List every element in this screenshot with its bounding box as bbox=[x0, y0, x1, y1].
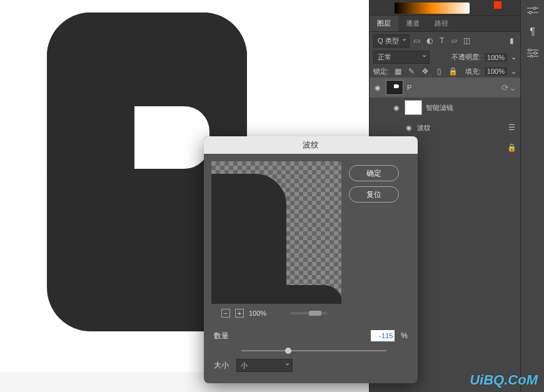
opacity-value[interactable]: 100% bbox=[485, 53, 507, 62]
filter-mask-thumbnail[interactable] bbox=[405, 100, 422, 115]
zoom-in-button[interactable]: + bbox=[235, 309, 244, 318]
layer-thumbnail[interactable] bbox=[386, 80, 403, 95]
tab-channels[interactable]: 通道 bbox=[398, 16, 427, 31]
fill-value[interactable]: 100% bbox=[485, 67, 507, 76]
preview-scroll-h[interactable] bbox=[290, 312, 328, 314]
visibility-toggle-icon[interactable]: ◉ bbox=[405, 124, 413, 132]
ok-button[interactable]: 确定 bbox=[349, 165, 399, 181]
lock-label: 锁定: bbox=[373, 67, 389, 76]
adjustments-icon[interactable] bbox=[526, 4, 540, 18]
layer-name[interactable]: P bbox=[407, 84, 411, 91]
filter-preview[interactable] bbox=[211, 161, 341, 304]
svg-point-9 bbox=[530, 55, 533, 58]
filter-ripple-row[interactable]: ◉ 波纹 ☰ bbox=[370, 118, 520, 138]
zoom-out-button[interactable]: − bbox=[221, 309, 230, 318]
svg-point-7 bbox=[528, 49, 531, 51]
lock-all-icon[interactable]: 🔒 bbox=[448, 66, 458, 76]
opacity-chevron-icon[interactable]: ⌄ bbox=[511, 53, 516, 61]
svg-point-8 bbox=[534, 52, 536, 54]
visibility-toggle-icon[interactable]: ◉ bbox=[392, 104, 401, 112]
styles-icon[interactable] bbox=[526, 46, 540, 60]
histogram-preview bbox=[370, 0, 520, 16]
blend-row: 正常 不透明度: 100% ⌄ bbox=[370, 49, 520, 65]
filter-type-icon[interactable]: T bbox=[437, 36, 447, 46]
amount-unit: % bbox=[401, 331, 408, 340]
fill-label: 填充: bbox=[465, 67, 481, 76]
smart-object-icon: ⟳⌄ bbox=[501, 83, 516, 93]
amount-slider[interactable] bbox=[241, 350, 386, 351]
filter-toggle-icon[interactable]: ▮ bbox=[506, 36, 516, 46]
svg-point-2 bbox=[533, 7, 536, 9]
watermark: UiBQ.CoM bbox=[470, 372, 538, 388]
svg-point-3 bbox=[529, 11, 531, 14]
layer-kind-dropdown[interactable]: Q 类型 bbox=[373, 34, 410, 48]
layer-filter-row: Q 类型 ▭ ◐ T ▱ ◫ ▮ bbox=[370, 32, 520, 49]
size-label: 大小 bbox=[214, 360, 229, 371]
icon-rail: ¶ bbox=[520, 0, 544, 392]
lock-row: 锁定: ▦ ✎ ✥ ▯ 🔒 填充: 100% ⌄ bbox=[370, 65, 520, 78]
filter-adjust-icon[interactable]: ◐ bbox=[425, 36, 435, 46]
amount-label: 数量 bbox=[214, 331, 239, 341]
smart-filters-row[interactable]: ◉ 智能滤镜 bbox=[370, 98, 520, 118]
dialog-title: 波纹 bbox=[204, 136, 418, 154]
lock-brush-icon[interactable]: ✎ bbox=[406, 66, 416, 76]
tab-layers[interactable]: 图层 bbox=[370, 16, 398, 31]
visibility-toggle-icon[interactable]: ◉ bbox=[373, 84, 382, 92]
filter-name: 波纹 bbox=[417, 123, 431, 133]
tab-paths[interactable]: 路径 bbox=[427, 16, 456, 31]
amount-input[interactable]: -115 bbox=[371, 330, 395, 341]
filter-options-icon[interactable]: ☰ bbox=[506, 123, 516, 133]
letter-p-hole bbox=[134, 106, 209, 169]
lock-transparent-icon[interactable]: ▦ bbox=[393, 66, 403, 76]
lock-artboard-icon[interactable]: ▯ bbox=[434, 66, 444, 76]
smart-filters-label: 智能滤镜 bbox=[426, 103, 453, 113]
paragraph-icon[interactable]: ¶ bbox=[526, 25, 540, 39]
blend-mode-dropdown[interactable]: 正常 bbox=[373, 51, 430, 64]
opacity-label: 不透明度: bbox=[451, 53, 481, 62]
filter-image-icon[interactable]: ▭ bbox=[412, 36, 422, 46]
lock-icon[interactable]: 🔒 bbox=[507, 143, 516, 152]
ripple-dialog: 波纹 − + 100% 确定 复位 数量 -115 % bbox=[204, 136, 418, 383]
fill-chevron-icon[interactable]: ⌄ bbox=[511, 68, 516, 76]
panel-tabs: 图层 通道 路径 bbox=[370, 16, 520, 32]
filter-smart-icon[interactable]: ◫ bbox=[462, 36, 472, 46]
size-dropdown[interactable]: 小 bbox=[236, 359, 293, 372]
layer-p[interactable]: ◉ P ⟳⌄ bbox=[370, 78, 520, 98]
zoom-level: 100% bbox=[249, 309, 266, 317]
lock-move-icon[interactable]: ✥ bbox=[420, 66, 430, 76]
filter-shape-icon[interactable]: ▱ bbox=[450, 36, 460, 46]
reset-button[interactable]: 复位 bbox=[349, 186, 399, 203]
